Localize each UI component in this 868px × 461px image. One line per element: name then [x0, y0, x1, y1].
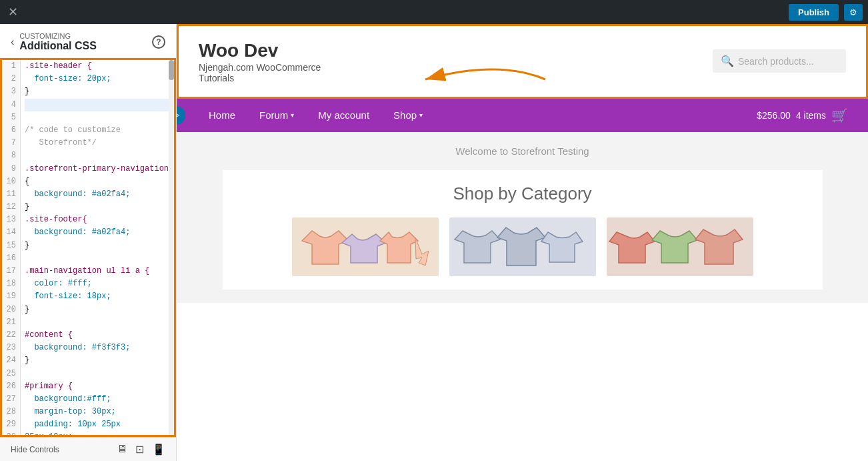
preview-frame: Woo Dev Njengah.com WooCommerce Tutorial… [177, 24, 868, 461]
shop-chevron: ▾ [419, 111, 423, 119]
preview-area: Woo Dev Njengah.com WooCommerce Tutorial… [177, 24, 868, 461]
cart-amount: $256.00 [757, 110, 791, 121]
customizer-title-group: Customizing Additional CSS [19, 32, 152, 52]
top-bar: ✕ Publish ⚙ [0, 0, 868, 24]
nav-home[interactable]: Home [197, 99, 247, 132]
search-placeholder: Search products... [738, 56, 814, 67]
customizer-label: Customizing [19, 32, 152, 40]
product-card-3[interactable] [607, 217, 753, 276]
code-editor[interactable]: 1234567891011121314151617181920212223242… [0, 58, 176, 437]
cart-icon: 🛒 [831, 107, 848, 123]
nav-myaccount[interactable]: My account [306, 99, 381, 132]
welcome-text: Welcome to Storefront Testing [197, 145, 848, 157]
desktop-icon[interactable]: 🖥 [117, 443, 127, 456]
product-card-2[interactable] [449, 217, 596, 276]
customizer-footer: Hide Controls 🖥 ⊡ 📱 [0, 437, 176, 461]
scrollbar[interactable] [169, 60, 174, 435]
mobile-icon[interactable]: 📱 [152, 443, 165, 456]
code-content[interactable]: .site-header { font-size: 20px;}/* code … [21, 60, 174, 435]
nav-shop[interactable]: Shop ▾ [381, 99, 435, 132]
site-tagline-2: Tutorials [199, 73, 321, 83]
site-tagline-1: Njengah.com WooCommerce [199, 62, 321, 73]
site-search[interactable]: 🔍 Search products... [713, 49, 846, 73]
main-layout: ‹ Customizing Additional CSS ? 123456789… [0, 24, 868, 461]
gear-button[interactable]: ⚙ [844, 4, 863, 21]
forum-chevron: ▾ [291, 111, 294, 119]
scrollbar-thumb[interactable] [169, 60, 174, 80]
nav-cart[interactable]: $256.00 4 items 🛒 [757, 107, 848, 123]
shop-heading: Shop by Category [236, 183, 809, 204]
hide-controls-button[interactable]: Hide Controls [11, 445, 59, 454]
nav-items: Home Forum ▾ My account Shop ▾ [197, 99, 435, 132]
product-image-3 [607, 217, 753, 276]
tablet-icon[interactable]: ⊡ [135, 443, 144, 456]
footer-icons: 🖥 ⊡ 📱 [117, 443, 165, 456]
product-image-1 [292, 217, 439, 276]
product-card-1[interactable] [292, 217, 439, 276]
close-icon[interactable]: ✕ [5, 2, 21, 22]
product-grid [236, 217, 809, 276]
customizer-subtitle: Additional CSS [19, 40, 152, 52]
site-nav: ✏ Home Forum ▾ My account Shop ▾ $256.00… [177, 99, 868, 132]
cart-items: 4 items [796, 110, 826, 121]
edit-pen-icon[interactable]: ✏ [177, 106, 185, 125]
search-icon: 🔍 [721, 55, 734, 67]
nav-forum[interactable]: Forum ▾ [247, 99, 306, 132]
site-title: Woo Dev [199, 39, 321, 62]
back-button[interactable]: ‹ [11, 36, 14, 48]
help-icon[interactable]: ? [152, 35, 165, 49]
customizer-panel: ‹ Customizing Additional CSS ? 123456789… [0, 24, 177, 461]
publish-button[interactable]: Publish [789, 4, 839, 21]
product-image-2 [449, 217, 596, 276]
site-content: Welcome to Storefront Testing Shop by Ca… [177, 132, 868, 303]
site-header: Woo Dev Njengah.com WooCommerce Tutorial… [177, 24, 868, 99]
site-brand: Woo Dev Njengah.com WooCommerce Tutorial… [199, 39, 321, 83]
customizer-header: ‹ Customizing Additional CSS ? [0, 24, 176, 58]
content-box: Shop by Category [223, 170, 823, 290]
line-numbers: 1234567891011121314151617181920212223242… [2, 60, 21, 435]
